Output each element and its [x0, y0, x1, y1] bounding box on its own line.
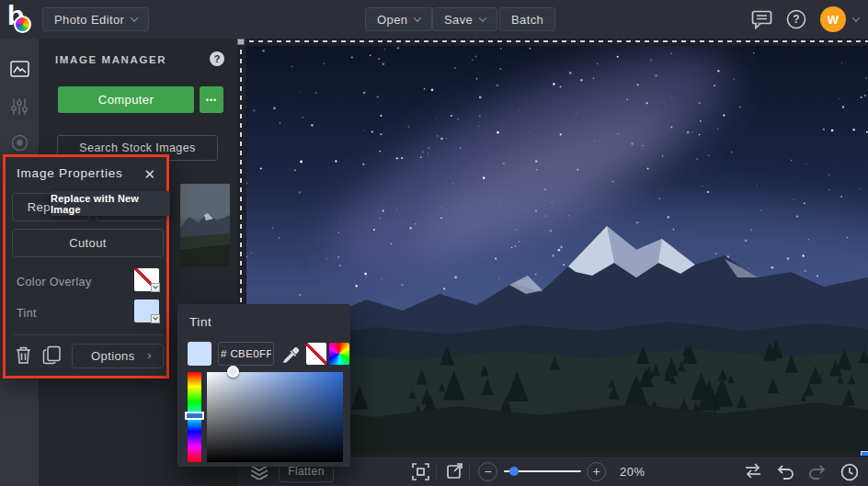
- photo-editor-app: Flatten − + 20%: [0, 0, 868, 486]
- batch-button[interactable]: Batch: [499, 7, 555, 31]
- rail-item-edit[interactable]: [0, 87, 39, 124]
- zoom-slider-handle[interactable]: [509, 467, 519, 476]
- eyedropper-icon[interactable]: [280, 343, 301, 365]
- delete-layer-icon[interactable]: [15, 345, 32, 365]
- zoom-level: 20%: [620, 465, 645, 479]
- avatar: W: [820, 6, 846, 32]
- picker-title: Tint: [189, 315, 211, 329]
- more-sources-button[interactable]: •••: [200, 86, 223, 113]
- dialog-divider: [14, 334, 164, 335]
- toolbar-divider: [436, 464, 437, 480]
- account-button[interactable]: W: [820, 6, 859, 32]
- computer-button[interactable]: Computer: [58, 86, 194, 113]
- chevron-down-icon: [852, 14, 860, 21]
- cutout-button[interactable]: Cutout: [12, 229, 164, 257]
- help-icon[interactable]: ?: [786, 9, 806, 29]
- chevron-right-icon: ›: [147, 348, 152, 362]
- svg-text:?: ?: [793, 13, 799, 26]
- top-bar: b Photo Editor Open Save Batch: [0, 0, 868, 39]
- tint-swatch[interactable]: [134, 300, 159, 322]
- zoom-slider[interactable]: [504, 470, 581, 472]
- color-wheel-icon: [14, 16, 31, 33]
- options-button[interactable]: Options ›: [72, 344, 164, 368]
- image-thumbnail[interactable]: [180, 184, 230, 266]
- color-overlay-swatch[interactable]: [134, 268, 159, 291]
- chevron-down-icon: [479, 14, 486, 21]
- befunky-logo[interactable]: b: [7, 4, 37, 35]
- close-icon[interactable]: ✕: [142, 164, 157, 185]
- selection-border-top: [240, 40, 868, 42]
- chevron-down-icon: [414, 14, 421, 21]
- history-icon[interactable]: [840, 463, 859, 481]
- panel-title: IMAGE MANAGER: [55, 54, 166, 65]
- selection-handle-top-left[interactable]: [237, 39, 245, 45]
- hue-slider-handle[interactable]: [185, 412, 204, 420]
- image-properties-dialog: Image Properties ✕ Replace Replace with …: [3, 154, 169, 379]
- tint-color-picker: Tint: [177, 304, 350, 467]
- color-cursor[interactable]: [227, 366, 239, 378]
- zoom-in-button[interactable]: +: [587, 462, 606, 481]
- saturation-brightness-area[interactable]: [207, 372, 343, 462]
- replace-tooltip: Replace with New Image: [51, 191, 170, 216]
- redo-icon[interactable]: [808, 463, 827, 480]
- hex-color-input[interactable]: [218, 342, 274, 366]
- zoom-out-button[interactable]: −: [478, 462, 497, 481]
- tint-label: Tint: [17, 307, 37, 320]
- chevron-down-icon: [131, 14, 138, 21]
- fullscreen-preview-icon[interactable]: [447, 463, 463, 480]
- rainbow-color-swatch[interactable]: [329, 343, 349, 365]
- undo-icon[interactable]: [776, 463, 794, 480]
- open-button[interactable]: Open: [365, 7, 432, 31]
- panel-help-icon[interactable]: ?: [210, 51, 224, 66]
- save-button[interactable]: Save: [432, 7, 497, 31]
- no-color-swatch[interactable]: [306, 343, 326, 365]
- duplicate-layer-icon[interactable]: [42, 345, 62, 365]
- current-color-swatch: [188, 342, 211, 366]
- dialog-title: Image Properties: [17, 166, 123, 180]
- layers-flatten-icon[interactable]: [248, 465, 270, 480]
- toolbar-divider: [469, 464, 470, 480]
- swatch-dropdown-icon[interactable]: [151, 314, 160, 323]
- feedback-chat-icon[interactable]: [751, 10, 772, 29]
- swatch-dropdown-icon[interactable]: [151, 283, 160, 292]
- fit-to-screen-icon[interactable]: [412, 463, 429, 480]
- app-menu-button[interactable]: Photo Editor: [42, 7, 149, 31]
- hue-slider[interactable]: [188, 372, 201, 462]
- rail-item-image-manager[interactable]: [0, 51, 39, 87]
- compare-icon[interactable]: [744, 463, 762, 479]
- color-overlay-label: Color Overlay: [17, 276, 92, 288]
